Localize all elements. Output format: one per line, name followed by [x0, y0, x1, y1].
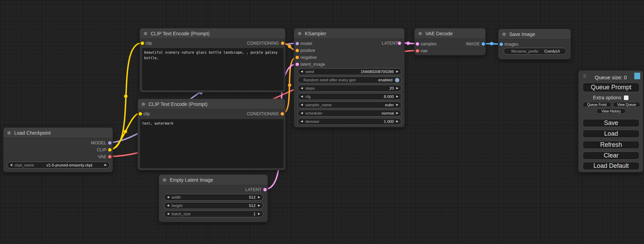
view-history-button[interactable]: View History: [597, 109, 626, 114]
node-title: Empty Latent Image: [170, 177, 213, 183]
output-port-conditioning[interactable]: [281, 42, 284, 45]
ckpt-name-widget[interactable]: ◀ ckpt_name v1-5-pruned-emaonly.ckpt ▶: [7, 162, 110, 169]
collapse-dot-icon[interactable]: [142, 102, 145, 106]
increment-arrow-icon[interactable]: ▶: [396, 120, 398, 123]
node-ksampler[interactable]: KSampler model positive negative latent_…: [294, 28, 405, 127]
decrement-arrow-icon[interactable]: ◀: [301, 87, 303, 90]
widget-label: seed: [305, 70, 314, 74]
input-port-model[interactable]: [295, 42, 299, 45]
node-clip-text-encode-negative[interactable]: CLIP Text Encode (Prompt) clip CONDITION…: [138, 99, 285, 170]
toggle-enabled-icon[interactable]: [395, 78, 399, 82]
node-save-image[interactable]: Save Image images filename_prefix ComfyU…: [498, 29, 571, 60]
steps-widget[interactable]: ◀ steps 20 ▶: [298, 85, 402, 92]
increment-arrow-icon[interactable]: ▶: [258, 204, 260, 207]
node-title-bar[interactable]: Empty Latent Image: [159, 175, 267, 185]
link-midpoint-dot: [288, 83, 291, 87]
decrement-arrow-icon[interactable]: ◀: [167, 196, 169, 199]
decrement-arrow-icon[interactable]: ◀: [167, 213, 169, 215]
node-empty-latent-image[interactable]: Empty Latent Image LATENT ◀ width 512 ▶ …: [159, 174, 268, 222]
decrement-arrow-icon[interactable]: ◀: [301, 120, 303, 123]
output-port-latent[interactable]: [398, 42, 401, 45]
width-widget[interactable]: ◀ width 512 ▶: [164, 194, 263, 201]
widget-value: 512: [249, 195, 256, 199]
increment-arrow-icon[interactable]: ▶: [258, 213, 260, 215]
decrement-arrow-icon[interactable]: ◀: [301, 70, 303, 73]
node-load-checkpoint[interactable]: Load Checkpoint MODEL CLIP VAE ◀ ckpt_na…: [3, 127, 113, 172]
input-port-latent-image[interactable]: [295, 63, 299, 66]
output-label-model: MODEL: [91, 141, 106, 145]
node-clip-text-encode-positive[interactable]: CLIP Text Encode (Prompt) clip CONDITION…: [140, 28, 285, 92]
increment-arrow-icon[interactable]: ▶: [258, 196, 260, 199]
input-label-samples: samples: [421, 42, 437, 46]
output-label-conditioning: CONDITIONING: [247, 111, 279, 116]
decrement-arrow-icon[interactable]: ◀: [167, 204, 169, 207]
prompt-textarea[interactable]: beautiful scenery nature glass bottle la…: [142, 48, 284, 90]
clear-button[interactable]: Clear: [583, 152, 639, 160]
widget-label: sampler_name: [305, 103, 332, 107]
decrement-arrow-icon[interactable]: ◀: [301, 103, 303, 106]
input-port-clip[interactable]: [139, 112, 142, 116]
refresh-button[interactable]: Refresh: [583, 141, 639, 149]
node-title-bar[interactable]: KSampler: [294, 28, 404, 39]
input-label-positive: positive: [300, 48, 315, 53]
collapse-dot-icon[interactable]: [418, 32, 422, 35]
filename-prefix-widget[interactable]: filename_prefix ComfyUI: [503, 48, 566, 55]
output-port-conditioning[interactable]: [281, 112, 284, 116]
increment-arrow-icon[interactable]: ▶: [396, 112, 398, 115]
output-port-vae[interactable]: [108, 155, 112, 159]
sampler-name-widget[interactable]: ◀ sampler_name euler ▶: [298, 101, 402, 108]
output-port-latent[interactable]: [263, 188, 267, 191]
increment-arrow-icon[interactable]: ▶: [396, 70, 398, 73]
input-port-clip[interactable]: [141, 42, 144, 45]
decrement-arrow-icon[interactable]: ◀: [301, 95, 303, 98]
extra-options-checkbox[interactable]: [624, 96, 628, 100]
collapse-dot-icon[interactable]: [502, 33, 506, 36]
increment-arrow-icon[interactable]: ▶: [396, 87, 398, 90]
node-title-bar[interactable]: CLIP Text Encode (Prompt): [140, 28, 285, 39]
node-title-bar[interactable]: Save Image: [499, 29, 571, 39]
decrement-arrow-icon[interactable]: ◀: [301, 112, 303, 115]
widget-label: scheduler: [305, 111, 323, 115]
increment-arrow-icon[interactable]: ▶: [396, 103, 398, 106]
load-default-button[interactable]: Load Default: [583, 162, 639, 170]
cfg-widget[interactable]: ◀ cfg 8.000 ▶: [298, 93, 402, 100]
seed-widget[interactable]: ◀ seed 156680208700286 ▶: [298, 68, 402, 75]
collapse-dot-icon[interactable]: [298, 32, 301, 35]
node-vae-decode[interactable]: VAE Decode samples vae IMAGE: [414, 28, 486, 55]
queue-front-button[interactable]: Queue Front: [583, 102, 611, 107]
widget-value: 156680208700286: [361, 70, 394, 74]
load-button[interactable]: Load: [583, 130, 639, 138]
node-graph-canvas[interactable]: Load Checkpoint MODEL CLIP VAE ◀ ckpt_na…: [0, 0, 644, 244]
denoise-widget[interactable]: ◀ denoise 1.000 ▶: [298, 118, 402, 125]
batch-size-widget[interactable]: ◀ batch_size 1 ▶: [164, 210, 263, 217]
input-port-negative[interactable]: [295, 56, 299, 59]
output-port-clip[interactable]: [108, 148, 112, 152]
prompt-textarea[interactable]: text, watermark: [140, 119, 284, 168]
settings-gear-icon[interactable]: ⚙: [634, 73, 640, 79]
input-port-images[interactable]: [500, 43, 503, 46]
input-port-samples[interactable]: [416, 42, 419, 46]
queue-prompt-button[interactable]: Queue Prompt: [583, 83, 639, 92]
save-button[interactable]: Save: [583, 119, 639, 127]
node-title-bar[interactable]: CLIP Text Encode (Prompt): [138, 99, 285, 109]
node-title-bar[interactable]: VAE Decode: [415, 28, 485, 39]
node-title: VAE Decode: [425, 31, 453, 36]
view-queue-button[interactable]: View Queue: [613, 102, 640, 107]
scheduler-widget[interactable]: ◀ scheduler normal ▶: [298, 110, 402, 117]
queue-panel[interactable]: ⠿ Queue size: 0 ⚙ Queue Prompt Extra opt…: [578, 70, 643, 172]
collapse-dot-icon[interactable]: [7, 131, 11, 135]
collapse-dot-icon[interactable]: [163, 178, 166, 182]
collapse-dot-icon[interactable]: [144, 32, 147, 35]
link-midpoint-dot: [288, 45, 291, 48]
output-port-model[interactable]: [108, 141, 112, 145]
input-port-positive[interactable]: [295, 49, 299, 52]
increment-arrow-icon[interactable]: ▶: [396, 95, 398, 98]
node-title-bar[interactable]: Load Checkpoint: [3, 128, 113, 138]
widget-value: 1.000: [384, 119, 394, 124]
decrement-arrow-icon[interactable]: ◀: [10, 164, 12, 166]
input-port-vae[interactable]: [416, 49, 419, 53]
height-widget[interactable]: ◀ height 512 ▶: [164, 202, 263, 209]
output-port-image[interactable]: [482, 42, 485, 46]
random-seed-widget[interactable]: Random seed after every gen enabled: [298, 76, 402, 83]
increment-arrow-icon[interactable]: ▶: [105, 164, 107, 166]
